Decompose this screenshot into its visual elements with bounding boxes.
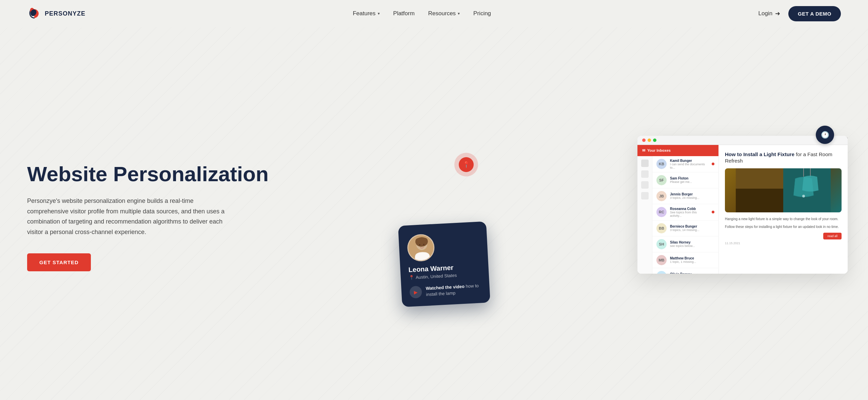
nav-item-resources[interactable]: Resources ▾ bbox=[428, 10, 460, 17]
titlebar-dot-yellow bbox=[648, 139, 651, 142]
hero-description: Personzye's website personalization engi… bbox=[27, 196, 231, 237]
svg-point-5 bbox=[802, 195, 805, 197]
email-list-body: KB Kamil Bunger I can send the documents… bbox=[637, 156, 718, 274]
email-info-1: Kamil Bunger I can send the documents to… bbox=[670, 159, 708, 169]
activity-text: Watched the video how to install the lam… bbox=[426, 282, 482, 298]
email-avatar-8: OD bbox=[656, 271, 667, 274]
hero-right: 📍 ✉ Your Inboxes bbox=[393, 119, 841, 315]
email-row-5[interactable]: BB Berniece Bunger 3 topics, 14 missing.… bbox=[652, 220, 718, 236]
profile-activity: ▶ Watched the video how to install the l… bbox=[409, 282, 482, 298]
features-chevron-icon: ▾ bbox=[378, 11, 380, 16]
logo-text: PERSONYZE bbox=[45, 10, 85, 17]
location-icon: 📍 bbox=[409, 275, 415, 280]
sidebar-icon-4 bbox=[641, 192, 649, 199]
email-row-2[interactable]: SF Sam Floton Please get me... bbox=[652, 172, 718, 188]
email-row-1[interactable]: KB Kamil Bunger I can send the documents… bbox=[652, 156, 718, 172]
email-rows: KB Kamil Bunger I can send the documents… bbox=[652, 156, 718, 274]
hero-section: Website Personalization Personzye's webs… bbox=[0, 27, 868, 400]
sidebar-icon-1 bbox=[641, 160, 649, 167]
email-avatar-1: KB bbox=[656, 159, 667, 169]
email-row-4[interactable]: RC Roseanna Cobb See topics from this ac… bbox=[652, 204, 718, 220]
article-image bbox=[725, 168, 842, 212]
profile-card: Leona Warner 📍 Austin, United States ▶ W… bbox=[398, 221, 490, 307]
article-panel: How to Install a Light Fixture for a Fas… bbox=[719, 145, 848, 274]
resources-chevron-icon: ▾ bbox=[458, 11, 460, 16]
email-panel-header: ✉ Your Inboxes bbox=[637, 145, 718, 156]
titlebar-dot-red bbox=[642, 139, 646, 142]
sidebar-icon-2 bbox=[641, 170, 649, 178]
nav-item-pricing[interactable]: Pricing bbox=[473, 10, 491, 17]
article-body-2: Follow these steps for installing a ligh… bbox=[725, 224, 842, 229]
email-info-2: Sam Floton Please get me... bbox=[670, 176, 714, 184]
main-nav: PERSONYZE Features ▾ Platform Resources … bbox=[0, 0, 868, 27]
email-row-6[interactable]: SH Silas Horney see topics below... bbox=[652, 236, 718, 252]
play-icon: ▶ bbox=[414, 290, 418, 295]
clock-icon: 🕐 bbox=[821, 131, 829, 139]
email-avatar-6: SH bbox=[656, 239, 667, 249]
logo[interactable]: PERSONYZE bbox=[27, 6, 85, 21]
email-info-7: Matthew Bruce 1 topic, 1 missing... bbox=[670, 256, 714, 264]
hero-left: Website Personalization Personzye's webs… bbox=[27, 163, 434, 272]
article-image-svg bbox=[725, 168, 842, 212]
monitor-content: ✉ Your Inboxes bbox=[637, 145, 848, 274]
inbox-icon: ✉ bbox=[642, 148, 645, 153]
article-body-1: Hanging a new light fixture is a simple … bbox=[725, 216, 842, 222]
email-row-7[interactable]: MB Matthew Bruce 1 topic, 1 missing... bbox=[652, 252, 718, 268]
article-title: How to Install a Light Fixture for a Fas… bbox=[725, 151, 842, 164]
svg-rect-3 bbox=[736, 189, 783, 212]
email-avatar-7: MB bbox=[656, 255, 667, 265]
login-link[interactable]: Login ➜ bbox=[758, 10, 781, 17]
email-sidebar-icons bbox=[637, 156, 652, 274]
titlebar-dot-green bbox=[653, 139, 656, 142]
avatar-svg bbox=[408, 234, 435, 262]
nav-links: Features ▾ Platform Resources ▾ Pricing bbox=[353, 10, 491, 17]
read-all-button[interactable]: read all bbox=[823, 233, 842, 239]
sidebar-icon-3 bbox=[641, 181, 649, 189]
login-arrow-icon: ➜ bbox=[775, 10, 780, 17]
email-avatar-4: RC bbox=[656, 207, 667, 217]
hero-title: Website Personalization bbox=[27, 163, 434, 186]
floating-clock-widget: 🕐 bbox=[816, 126, 834, 144]
email-list-panel: ✉ Your Inboxes bbox=[637, 145, 719, 274]
nav-item-features[interactable]: Features ▾ bbox=[353, 10, 379, 17]
personyze-logo-icon bbox=[27, 6, 41, 21]
nav-item-platform[interactable]: Platform bbox=[393, 10, 415, 17]
email-info-3: Jennis Borger 3 topics, 24 missing... bbox=[670, 192, 714, 199]
get-started-button[interactable]: GET STARTED bbox=[27, 253, 91, 271]
email-avatar-5: BB bbox=[656, 223, 667, 233]
play-button-small: ▶ bbox=[409, 286, 422, 299]
email-info-4: Roseanna Cobb See topics from this activ… bbox=[670, 207, 708, 217]
location-pin-decoration: 📍 bbox=[454, 153, 478, 176]
profile-avatar bbox=[407, 234, 435, 262]
email-avatar-3: JB bbox=[656, 191, 667, 201]
nav-right: Login ➜ GET A DEMO bbox=[758, 6, 841, 21]
unread-dot-1 bbox=[712, 163, 714, 165]
map-pin-icon: 📍 bbox=[462, 161, 470, 168]
email-info-8: Olivia Dorsey 3 topics, 211 long... bbox=[670, 272, 714, 274]
get-demo-button[interactable]: GET A DEMO bbox=[788, 6, 841, 21]
article-footer: read all bbox=[725, 233, 842, 239]
unread-dot-4 bbox=[712, 211, 714, 213]
email-row-3[interactable]: JB Jennis Borger 3 topics, 24 missing... bbox=[652, 188, 718, 204]
email-avatar-2: SF bbox=[656, 175, 667, 185]
article-date: 11.15.2021 bbox=[725, 241, 842, 245]
email-info-5: Berniece Bunger 3 topics, 14 missing... bbox=[670, 225, 714, 232]
email-info-6: Silas Horney see topics below... bbox=[670, 240, 714, 248]
monitor-screen: ✉ Your Inboxes bbox=[637, 136, 848, 274]
email-row-8[interactable]: OD Olivia Dorsey 3 topics, 211 long... bbox=[652, 268, 718, 274]
